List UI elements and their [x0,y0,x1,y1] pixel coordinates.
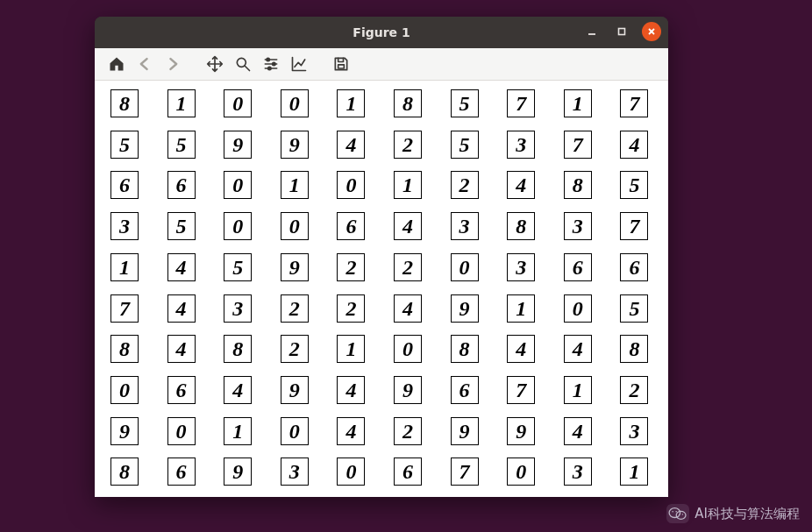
digit-cell: 2 [394,253,422,281]
digit-cell: 8 [451,335,479,363]
digit-cell: 5 [110,131,139,159]
digit-cell: 4 [337,417,365,445]
right-icon [164,55,182,73]
digit-cell: 4 [224,376,252,404]
digit-cell: 5 [167,212,196,240]
digit-cell: 1 [224,417,252,445]
digit-cell: 9 [451,294,479,323]
minimize-button[interactable] [582,22,602,41]
digit-cell: 4 [337,131,365,159]
svg-point-13 [679,514,680,514]
svg-point-9 [669,508,680,518]
digit-cell: 9 [224,131,252,159]
svg-point-12 [676,511,678,513]
chart-icon [290,55,308,73]
sliders-icon [262,55,280,73]
digit-cell: 3 [564,458,592,486]
digit-cell: 4 [337,376,365,404]
digit-cell: 3 [620,417,648,445]
digit-cell: 8 [110,458,139,486]
digit-cell: 2 [394,131,422,159]
svg-point-6 [273,62,275,65]
digit-cell: 4 [620,131,648,159]
digit-cell: 9 [507,417,535,445]
digit-cell: 3 [110,212,139,240]
digit-cell: 2 [281,335,309,363]
digit-grid: 8100185717559942537466010124853500643837… [110,89,652,488]
digit-cell: 5 [167,131,196,159]
digit-cell: 7 [620,89,648,117]
digit-cell: 4 [394,212,422,240]
digit-cell: 1 [281,171,309,199]
minimize-icon [587,26,597,37]
digit-cell: 4 [167,294,196,323]
figure-canvas[interactable]: 8100185717559942537466010124853500643837… [95,81,668,497]
digit-cell: 7 [507,89,535,117]
digit-cell: 7 [507,376,535,404]
digit-cell: 7 [620,212,648,240]
matplotlib-toolbar [95,48,668,81]
subplots-button[interactable] [261,54,281,74]
left-icon [136,55,153,73]
wechat-icon [666,504,689,523]
digit-cell: 1 [507,294,535,323]
digit-cell: 4 [564,335,592,363]
digit-cell: 8 [224,335,252,363]
digit-cell: 2 [620,376,648,404]
digit-cell: 6 [564,253,592,281]
home-icon [108,55,125,73]
digit-cell: 2 [281,294,309,323]
forward-button[interactable] [163,54,182,74]
digit-cell: 1 [110,253,139,281]
digit-cell: 6 [167,458,196,486]
digit-cell: 6 [620,253,648,281]
digit-cell: 6 [337,212,365,240]
digit-cell: 6 [167,171,196,199]
digit-cell: 7 [110,294,139,323]
window-controls [582,22,661,41]
digit-cell: 8 [620,335,648,363]
digit-cell: 4 [507,171,535,199]
digit-cell: 4 [167,335,196,363]
digit-cell: 0 [224,212,252,240]
digit-cell: 2 [337,294,365,323]
digit-cell: 1 [620,458,648,486]
digit-cell: 2 [394,417,422,445]
digit-cell: 4 [564,417,592,445]
digit-cell: 0 [507,458,535,486]
digit-cell: 6 [110,171,139,199]
digit-cell: 1 [167,89,196,117]
svg-point-14 [682,514,683,514]
digit-cell: 1 [394,171,422,199]
digit-cell: 8 [394,89,422,117]
digit-cell: 9 [451,417,479,445]
digit-cell: 0 [337,458,365,486]
svg-point-5 [267,58,269,60]
zoom-button[interactable] [233,54,253,74]
axes-edit-button[interactable] [289,54,309,74]
maximize-button[interactable] [612,22,631,41]
digit-cell: 9 [110,417,139,445]
digit-cell: 4 [167,253,196,281]
digit-cell: 9 [281,253,309,281]
close-button[interactable] [642,22,661,41]
digit-cell: 0 [281,417,309,445]
svg-rect-8 [338,65,345,68]
home-button[interactable] [107,54,126,74]
digit-cell: 9 [224,458,252,486]
digit-cell: 3 [564,212,592,240]
save-button[interactable] [331,54,351,74]
figure-window: Figure 1 8100185717559942537466010124853… [95,17,668,497]
digit-cell: 5 [224,253,252,281]
close-icon [646,26,657,37]
digit-cell: 6 [394,458,422,486]
digit-cell: 8 [564,171,592,199]
digit-cell: 0 [167,417,196,445]
pan-button[interactable] [205,54,224,74]
digit-cell: 5 [620,294,648,323]
digit-cell: 0 [224,171,252,199]
digit-cell: 1 [564,376,592,404]
watermark-text: AI科技与算法编程 [694,506,800,522]
back-button[interactable] [135,54,154,74]
digit-cell: 7 [451,458,479,486]
